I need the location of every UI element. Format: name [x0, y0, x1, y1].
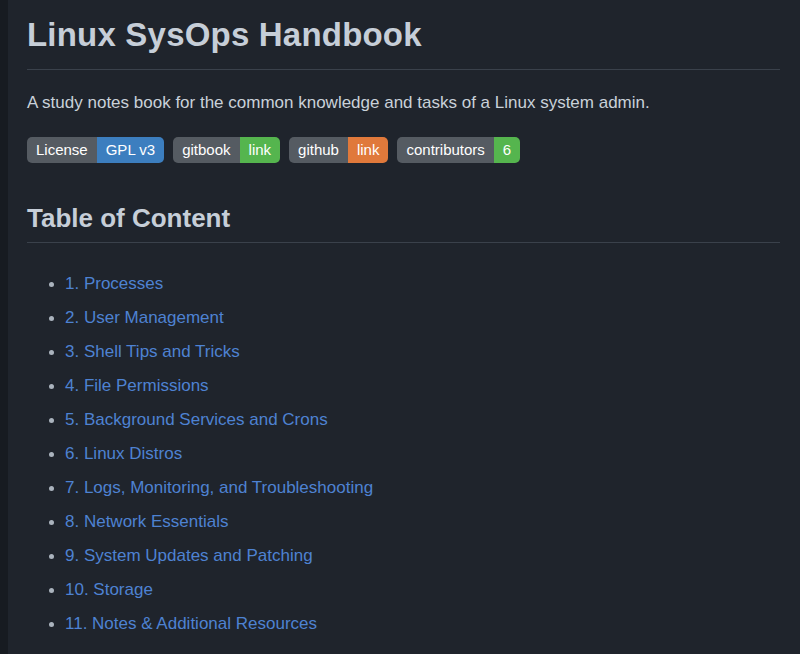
toc-heading: Table of Content: [27, 203, 780, 244]
toc-link-shell-tips[interactable]: 3. Shell Tips and Tricks: [65, 342, 240, 361]
toc-link-processes[interactable]: 1. Processes: [65, 274, 163, 293]
badge-row: License GPL v3 gitbook link github link …: [27, 137, 780, 163]
window-edge: [0, 0, 8, 654]
contributors-badge-value: 6: [494, 137, 520, 163]
toc-link-notes-resources[interactable]: 11. Notes & Additional Resources: [65, 614, 317, 633]
toc-item: 11. Notes & Additional Resources: [65, 611, 780, 636]
contributors-badge[interactable]: contributors 6: [397, 137, 520, 163]
toc-item: 2. User Management: [65, 305, 780, 330]
toc-link-user-management[interactable]: 2. User Management: [65, 308, 224, 327]
project-description: A study notes book for the common knowle…: [27, 92, 780, 113]
toc-item: 1. Processes: [65, 271, 780, 296]
toc-item: 9. System Updates and Patching: [65, 543, 780, 568]
toc-link-system-updates[interactable]: 9. System Updates and Patching: [65, 546, 313, 565]
toc-link-file-permissions[interactable]: 4. File Permissions: [65, 376, 209, 395]
gitbook-badge[interactable]: gitbook link: [173, 137, 280, 163]
gitbook-badge-value: link: [240, 137, 281, 163]
toc-item: 4. File Permissions: [65, 373, 780, 398]
toc-item: 6. Linux Distros: [65, 441, 780, 466]
toc-item: 3. Shell Tips and Tricks: [65, 339, 780, 364]
license-badge-label: License: [27, 137, 97, 163]
license-badge-value: GPL v3: [97, 137, 164, 163]
contributors-badge-label: contributors: [397, 137, 493, 163]
readme-content: Linux SysOps Handbook A study notes book…: [0, 0, 800, 636]
toc-link-network-essentials[interactable]: 8. Network Essentials: [65, 512, 228, 531]
toc-link-logs-monitoring[interactable]: 7. Logs, Monitoring, and Troubleshooting: [65, 478, 373, 497]
license-badge[interactable]: License GPL v3: [27, 137, 164, 163]
toc-link-storage[interactable]: 10. Storage: [65, 580, 153, 599]
github-badge[interactable]: github link: [289, 137, 388, 163]
toc-item: 10. Storage: [65, 577, 780, 602]
toc-list: 1. Processes 2. User Management 3. Shell…: [27, 271, 780, 636]
toc-item: 5. Background Services and Crons: [65, 407, 780, 432]
github-badge-value: link: [348, 137, 389, 163]
toc-link-linux-distros[interactable]: 6. Linux Distros: [65, 444, 182, 463]
gitbook-badge-label: gitbook: [173, 137, 239, 163]
toc-link-background-services[interactable]: 5. Background Services and Crons: [65, 410, 328, 429]
github-badge-label: github: [289, 137, 348, 163]
toc-item: 8. Network Essentials: [65, 509, 780, 534]
page-title: Linux SysOps Handbook: [27, 14, 780, 70]
toc-item: 7. Logs, Monitoring, and Troubleshooting: [65, 475, 780, 500]
